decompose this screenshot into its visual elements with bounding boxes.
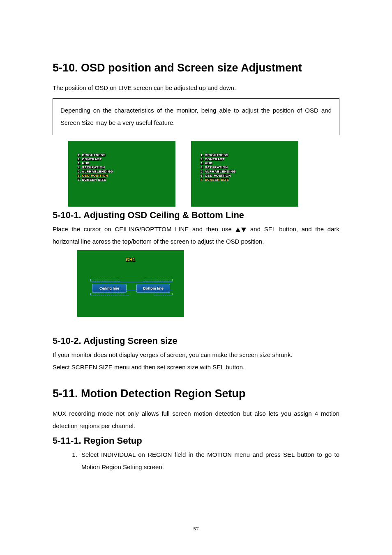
list-item: Select INDIVIDUAL on REGION field in the… <box>79 449 339 473</box>
osd-item: 5. ALPHABLENDING <box>200 170 236 173</box>
osd-item: 1. BRIGHTNESS <box>77 153 106 157</box>
osd-item: 2. CONTRAST <box>200 157 225 161</box>
osd-item: 1. BRIGHTNESS <box>200 153 229 157</box>
osd-item: 6. OSD POSITION <box>200 174 231 177</box>
osd-item: 7. SCREEN SIZE <box>77 178 106 182</box>
osd-item: 4. SATURATION <box>200 166 228 169</box>
osd-item: 2. CONTRAST <box>77 157 102 161</box>
osd-item: 5. ALPHABLENDING <box>77 170 113 173</box>
text-5-10-1: Place the cursor on CEILING/BOPTTOM LINE… <box>53 223 339 248</box>
heading-5-10-1: 5-10-1. Adjusting OSD Ceiling & Bottom L… <box>53 210 339 221</box>
osd-item: 4. SATURATION <box>77 166 106 169</box>
channel-title: CH1 <box>126 258 135 262</box>
heading-5-10-2: 5-10-2. Adjusting Screen size <box>53 336 339 346</box>
note-box: Depending on the characteristics of the … <box>53 98 339 135</box>
text-fragment: Place the cursor on CEILING/BOPTTOM LINE… <box>53 226 235 233</box>
ceiling-line-indicator <box>92 282 173 282</box>
osd-screen-left: 1. BRIGHTNESS 2. CONTRAST 3. HUE 4. SATU… <box>68 141 175 207</box>
bottom-line-indicator <box>92 290 173 290</box>
osd-screen-right: 1. BRIGHTNESS 2. CONTRAST 3. HUE 4. SATU… <box>191 141 298 207</box>
osd-item-selected: 7. SCREEN SIZE <box>200 178 229 182</box>
osd-item: 3. HUE <box>200 161 213 165</box>
text-5-10-2-l2: Select SCREEN SIZE menu and then set scr… <box>53 361 339 373</box>
heading-5-10: 5-10. OSD position and Screen size Adjus… <box>53 62 339 74</box>
page-container: 5-10. OSD position and Screen size Adjus… <box>0 0 392 473</box>
osd-item-selected: 6. OSD POSITION <box>77 174 108 177</box>
marquee-top <box>90 279 173 281</box>
osd-item: 3. HUE <box>77 161 90 165</box>
heading-5-11: 5-11. Motion Detection Region Setup <box>53 387 339 400</box>
steps-list: Select INDIVIDUAL on REGION field in the… <box>79 449 339 473</box>
osd-screens-row: 1. BRIGHTNESS 2. CONTRAST 3. HUE 4. SATU… <box>68 141 339 207</box>
intro-5-10: The position of OSD on LIVE screen can b… <box>53 82 339 94</box>
text-5-10-2-l1: If your monitor does not display verges … <box>53 349 339 361</box>
heading-5-11-1: 5-11-1. Region Setup <box>53 435 339 446</box>
down-arrow-icon <box>241 228 246 232</box>
intro-5-11: MUX recording mode not only allows full … <box>53 408 339 432</box>
marquee-bot <box>90 293 173 295</box>
note-text: Depending on the characteristics of the … <box>60 104 332 129</box>
page-number: 57 <box>194 525 199 532</box>
bottom-line-button[interactable]: Bottom line <box>136 284 170 293</box>
up-arrow-icon <box>235 228 240 232</box>
channel-preview-screen: CH1 Ceiling line Bottom line <box>77 250 184 317</box>
ceiling-line-button[interactable]: Ceiling line <box>92 284 127 293</box>
